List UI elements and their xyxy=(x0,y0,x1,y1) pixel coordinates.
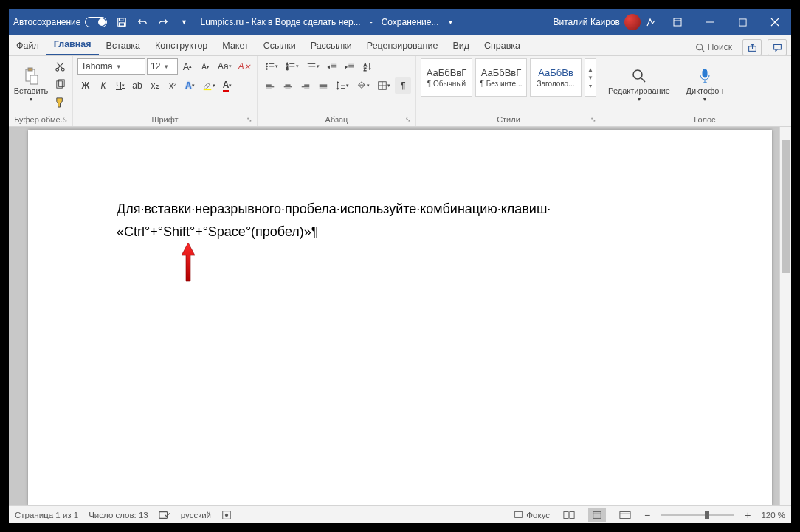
comments-button[interactable] xyxy=(768,39,787,55)
zoom-level[interactable]: 120 % xyxy=(761,511,785,519)
ribbon-display-icon[interactable] xyxy=(661,9,694,35)
tab-design[interactable]: Конструктор xyxy=(148,37,215,55)
text-effects-icon[interactable]: A▾ xyxy=(182,77,198,94)
svg-rect-3 xyxy=(674,18,681,26)
paragraph-launcher[interactable]: ⤡ xyxy=(405,116,411,123)
change-case-icon[interactable]: Aa▾ xyxy=(215,58,235,75)
ribbon: Вставить ▼ Буфер обме...⤡ Tahoma▼ 12▼ A▴… xyxy=(9,56,791,127)
svg-rect-8 xyxy=(28,68,32,71)
svg-rect-14 xyxy=(203,89,211,90)
print-layout-icon[interactable] xyxy=(588,508,606,522)
grow-font-icon[interactable]: A▴ xyxy=(179,58,196,75)
zoom-out[interactable]: − xyxy=(644,509,650,521)
style-normal[interactable]: АаБбВвГ¶ Обычный xyxy=(421,58,472,97)
align-left-icon[interactable] xyxy=(262,77,278,94)
maximize-button[interactable] xyxy=(726,9,759,35)
statusbar: Страница 1 из 1 Число слов: 13 русский Ф… xyxy=(9,505,791,523)
superscript-button[interactable]: x² xyxy=(165,77,181,94)
redo-icon[interactable] xyxy=(153,9,173,35)
coming-soon-icon[interactable] xyxy=(641,9,661,35)
shading-icon[interactable]: ▾ xyxy=(354,77,373,94)
show-marks-icon[interactable]: ¶ xyxy=(395,77,411,94)
minimize-button[interactable] xyxy=(694,9,726,35)
undo-icon[interactable] xyxy=(132,9,153,35)
autosave-toggle[interactable] xyxy=(85,17,107,27)
numbering-icon[interactable]: 123▾ xyxy=(283,58,302,75)
clipboard-launcher[interactable]: ⤡ xyxy=(62,116,68,123)
align-right-icon[interactable] xyxy=(297,77,314,94)
font-name-combo[interactable]: Tahoma▼ xyxy=(77,58,145,75)
decrease-indent-icon[interactable] xyxy=(324,58,340,75)
focus-mode[interactable]: Фокус xyxy=(514,510,550,519)
style-heading1[interactable]: АаБбВвЗаголово... xyxy=(530,58,582,97)
svg-text:3: 3 xyxy=(286,67,289,71)
language-indicator[interactable]: русский xyxy=(181,511,211,519)
multilevel-icon[interactable]: ▾ xyxy=(303,58,323,75)
zoom-slider[interactable] xyxy=(661,514,734,516)
page[interactable]: Для·вставки·неразрывного·пробела·использ… xyxy=(28,130,772,505)
format-painter-icon[interactable] xyxy=(52,94,68,110)
underline-button[interactable]: Ч▾ xyxy=(113,77,128,94)
spellcheck-icon[interactable] xyxy=(159,510,170,520)
scroll-thumb[interactable] xyxy=(782,140,790,273)
line-spacing-icon[interactable]: ▾ xyxy=(333,77,352,94)
vertical-scrollbar[interactable] xyxy=(779,127,791,505)
svg-point-28 xyxy=(225,514,228,517)
svg-point-24 xyxy=(633,70,642,79)
tab-view[interactable]: Вид xyxy=(445,37,477,55)
document-title: Lumpics.ru - Как в Ворде сделать нер... xyxy=(194,17,366,27)
find-button[interactable]: Редактирование ▼ xyxy=(606,58,672,110)
svg-rect-26 xyxy=(159,511,168,518)
document-text[interactable]: Для·вставки·неразрывного·пробела·использ… xyxy=(117,198,683,243)
tab-references[interactable]: Ссылки xyxy=(256,37,303,55)
read-mode-icon[interactable] xyxy=(560,508,578,522)
bold-button[interactable]: Ж xyxy=(77,77,94,94)
font-size-combo[interactable]: 12▼ xyxy=(147,58,178,75)
justify-icon[interactable] xyxy=(315,77,331,94)
user-avatar[interactable] xyxy=(624,14,641,30)
qat-more-icon[interactable]: ▼ xyxy=(173,9,194,35)
ribbon-tabs: Файл Главная Вставка Конструктор Макет С… xyxy=(9,35,791,56)
svg-point-10 xyxy=(55,68,58,71)
tab-home[interactable]: Главная xyxy=(46,35,99,55)
shrink-font-icon[interactable]: A▾ xyxy=(197,58,213,75)
highlight-icon[interactable]: ▾ xyxy=(199,77,218,94)
styles-launcher[interactable]: ⤡ xyxy=(590,116,596,123)
web-layout-icon[interactable] xyxy=(616,508,634,522)
align-center-icon[interactable] xyxy=(280,77,296,94)
zoom-in[interactable]: + xyxy=(745,509,751,521)
search-box[interactable]: Поиск xyxy=(691,40,737,55)
font-color-icon[interactable]: A▾ xyxy=(220,77,235,94)
share-button[interactable] xyxy=(742,39,762,55)
tab-layout[interactable]: Макет xyxy=(215,37,255,55)
close-button[interactable] xyxy=(759,9,791,35)
macro-icon[interactable] xyxy=(221,510,232,520)
paste-button[interactable]: Вставить ▼ xyxy=(13,58,49,110)
styles-more[interactable]: ▲▼▾ xyxy=(585,58,596,97)
page-indicator[interactable]: Страница 1 из 1 xyxy=(15,511,78,519)
titlebar: Автосохранение ▼ Lumpics.ru - Как в Ворд… xyxy=(9,9,791,35)
tab-mailings[interactable]: Рассылки xyxy=(303,37,359,55)
bullets-icon[interactable]: ▾ xyxy=(262,58,281,75)
dictate-button[interactable]: Диктофон ▼ xyxy=(682,58,728,110)
borders-icon[interactable]: ▾ xyxy=(374,77,393,94)
italic-button[interactable]: К xyxy=(95,77,111,94)
annotation-arrow-icon xyxy=(179,241,198,285)
copy-icon[interactable] xyxy=(52,76,68,92)
subscript-button[interactable]: x₂ xyxy=(147,77,163,94)
font-launcher[interactable]: ⤡ xyxy=(246,116,252,123)
strike-button[interactable]: ab xyxy=(129,77,145,94)
group-editing: Редактирование ▼ xyxy=(601,56,677,126)
clear-format-icon[interactable]: A✕ xyxy=(236,58,252,75)
tab-help[interactable]: Справка xyxy=(477,37,528,55)
cut-icon[interactable] xyxy=(52,58,68,75)
save-icon[interactable] xyxy=(111,9,132,35)
style-no-spacing[interactable]: АаБбВвГ¶ Без инте... xyxy=(475,58,527,97)
word-count[interactable]: Число слов: 13 xyxy=(89,511,148,519)
group-styles: АаБбВвГ¶ Обычный АаБбВвГ¶ Без инте... Аа… xyxy=(416,56,601,126)
tab-insert[interactable]: Вставка xyxy=(99,37,148,55)
tab-file[interactable]: Файл xyxy=(9,37,46,55)
increase-indent-icon[interactable] xyxy=(342,58,358,75)
tab-review[interactable]: Рецензирование xyxy=(359,37,446,55)
sort-icon[interactable]: AZ xyxy=(359,58,376,75)
